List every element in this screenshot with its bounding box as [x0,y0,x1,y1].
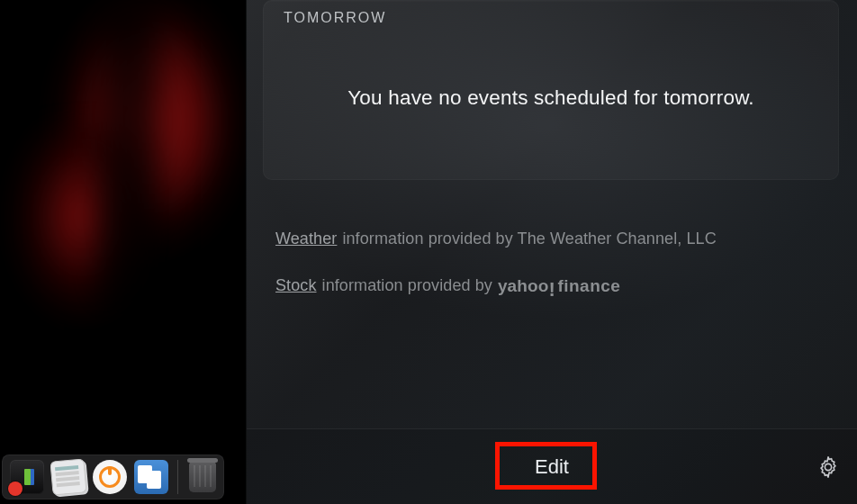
notification-badge-icon [8,482,23,496]
dock-app-news[interactable] [50,458,86,495]
wallpaper-blur [99,0,162,324]
svg-point-0 [825,464,831,470]
yahoo-text-b: finance [557,276,620,296]
edit-button-label: Edit [535,455,569,478]
openvpn-icon [99,466,121,488]
dock-app-openvpn[interactable] [93,460,127,494]
stock-link-label: Stock [275,276,317,294]
stock-link[interactable]: Stock [275,276,317,295]
dock-app-activity-monitor[interactable] [10,460,44,494]
dock-trash[interactable] [189,462,216,492]
stock-attribution-text: information provided by [322,276,492,295]
desktop-wallpaper [0,0,246,504]
yahoo-bang: ! [548,280,555,300]
widget-header: TOMORROW [284,10,386,26]
gear-icon [816,454,841,480]
panel-footer: Edit [247,428,857,504]
dock-app-migration-assistant[interactable] [134,460,168,494]
weather-attribution-text: information provided by The Weather Chan… [342,230,716,248]
yahoo-text-a: yahoo [498,276,548,296]
stock-attribution: Stock information provided by yahoo!fina… [275,275,620,295]
migration-docs-icon [138,465,152,483]
dock-divider [177,460,178,494]
widget-empty-message: You have no events scheduled for tomorro… [264,86,838,110]
activity-bars-icon [24,469,31,485]
notification-center-panel: TOMORROW You have no events scheduled fo… [246,0,857,504]
dock [2,454,224,500]
calendar-tomorrow-widget[interactable]: TOMORROW You have no events scheduled fo… [263,0,839,180]
weather-link-label: Weather [275,230,337,248]
weather-link[interactable]: Weather [275,230,337,248]
weather-attribution: Weather information provided by The Weat… [275,230,717,248]
yahoo-finance-link[interactable]: yahoo!finance [498,275,620,295]
settings-button[interactable] [814,453,843,482]
edit-button[interactable]: Edit [515,448,589,486]
yahoo-finance-logo-icon: yahoo!finance [498,276,620,296]
